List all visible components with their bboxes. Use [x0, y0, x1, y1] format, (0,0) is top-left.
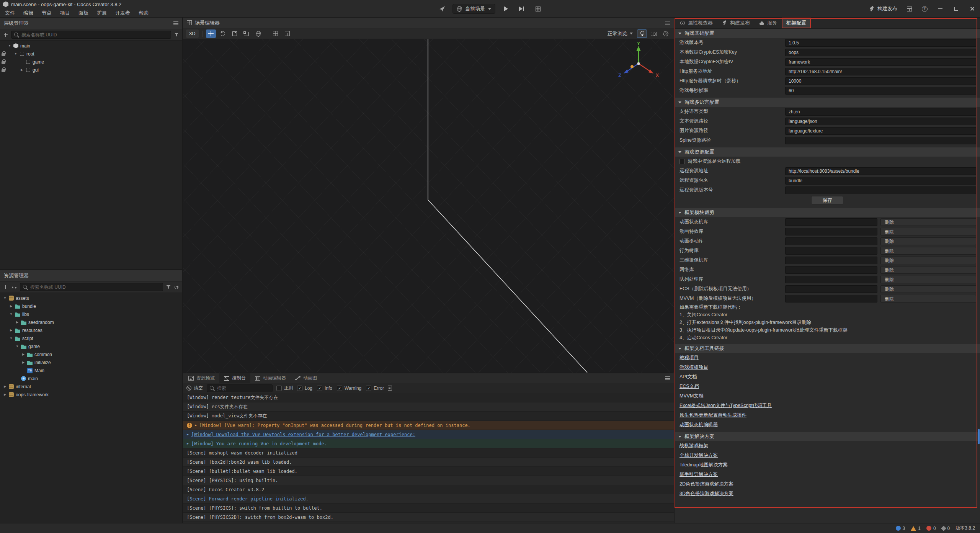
add-asset-button[interactable]	[3, 284, 8, 290]
regex-checkbox[interactable]	[276, 386, 282, 391]
scrollbar-thumb[interactable]	[978, 429, 980, 444]
module-input[interactable]	[785, 276, 877, 283]
panel-menu-icon[interactable]	[173, 21, 178, 25]
doc-link[interactable]: 动画状态机编辑器	[679, 422, 718, 428]
inspector-tab[interactable]: 框架配置	[782, 18, 811, 28]
delete-button[interactable]: 删除	[880, 228, 976, 235]
module-input[interactable]	[785, 247, 877, 255]
section-header[interactable]: 游戏资源配置	[675, 147, 980, 157]
doc-link[interactable]: 游戏模板项目	[679, 364, 708, 371]
solution-link[interactable]: 新手引导解决方案	[679, 471, 718, 478]
property-input[interactable]	[785, 186, 976, 194]
assets-search-input[interactable]	[30, 284, 160, 290]
pivot-space-button[interactable]	[253, 29, 263, 38]
property-input[interactable]	[785, 118, 976, 125]
step-button[interactable]	[516, 4, 528, 14]
clear-console-button[interactable]: 清空	[186, 385, 203, 391]
scene-viewport[interactable]: Y X Z	[183, 39, 674, 373]
log-row[interactable]: [Scene] [PHYSICS]: switch from builtin t…	[183, 504, 674, 513]
scale-tool-button[interactable]	[230, 29, 240, 38]
menu-item[interactable]: 编辑	[19, 8, 38, 18]
checkbox-icon[interactable]	[317, 386, 322, 391]
module-input[interactable]	[785, 285, 877, 293]
solution-link[interactable]: 2D角色扮演游戏解决方案	[679, 481, 733, 487]
mode-3d-button[interactable]: 3D	[186, 29, 199, 38]
log-filter[interactable]: Log	[297, 386, 312, 391]
menu-item[interactable]: 项目	[56, 8, 74, 18]
expand-arrow[interactable]	[9, 305, 13, 308]
log-row[interactable]: [Scene] Cocos Creator v3.8.2	[183, 485, 674, 494]
scene-settings-button[interactable]	[661, 29, 671, 38]
doc-link[interactable]: Excel格式转Json文件与TypeScript代码工具	[679, 402, 772, 409]
message-counter[interactable]: 3	[896, 526, 905, 531]
close-button[interactable]	[966, 3, 978, 14]
expand-arrow[interactable]	[9, 337, 13, 340]
inspector-tab[interactable]: 属性检查器	[675, 18, 717, 28]
section-header[interactable]: 游戏基础配置	[675, 29, 980, 38]
expand-arrow[interactable]	[9, 329, 13, 332]
log-filter[interactable]: Error	[366, 386, 384, 391]
expand-arrow[interactable]	[20, 69, 24, 72]
error-counter[interactable]: 0	[926, 526, 936, 531]
console-tab[interactable]: 控制台	[219, 373, 250, 383]
delete-button[interactable]: 删除	[880, 257, 976, 264]
delete-button[interactable]: 删除	[880, 247, 976, 255]
expand-arrow[interactable]	[15, 321, 19, 324]
snap-grid-button[interactable]	[271, 29, 281, 38]
section-header[interactable]: 框架文档工具链接	[675, 344, 980, 353]
panel-menu-icon[interactable]	[173, 274, 178, 277]
add-node-button[interactable]	[3, 32, 8, 38]
log-filter[interactable]: Info	[317, 386, 332, 391]
expand-arrow[interactable]	[3, 393, 7, 396]
solution-link[interactable]: Tiledmap地图解决方案	[679, 462, 728, 468]
tree-node[interactable]: root	[0, 50, 182, 58]
log-row[interactable]: [Window] [Vue warn]: Property "onInput" …	[183, 421, 674, 430]
property-input[interactable]	[785, 39, 976, 47]
menu-item[interactable]: 帮助	[134, 8, 153, 18]
delete-button[interactable]: 删除	[880, 237, 976, 245]
maximize-button[interactable]	[950, 3, 962, 14]
move-tool-button[interactable]	[206, 29, 216, 38]
delete-button[interactable]: 删除	[880, 276, 976, 283]
log-row[interactable]: [Window] model_view文件夹不存在	[183, 412, 674, 421]
delete-button[interactable]: 删除	[880, 266, 976, 274]
expand-arrow[interactable]	[8, 44, 11, 47]
doc-link[interactable]: 教程项目	[679, 355, 699, 361]
menu-item[interactable]: 扩展	[93, 8, 111, 18]
tree-node[interactable]: seedrandom	[0, 318, 182, 326]
console-tab[interactable]: 动画编辑器	[250, 373, 291, 383]
tree-node[interactable]: game	[0, 58, 182, 66]
checkbox-icon[interactable]	[366, 386, 371, 391]
section-header[interactable]: 游戏多语言配置	[675, 98, 980, 107]
axis-gizmo[interactable]: Y X Z	[608, 41, 665, 84]
delete-button[interactable]: 删除	[880, 295, 976, 302]
menu-item[interactable]: 开发者	[111, 8, 134, 18]
console-tab[interactable]: 资源预览	[184, 373, 219, 383]
snap-object-button[interactable]	[283, 29, 292, 38]
doc-link[interactable]: ECS文档	[679, 383, 699, 390]
task-counter[interactable]: 0	[942, 526, 950, 531]
inspector-tab[interactable]: 服务	[755, 18, 782, 28]
log-filter[interactable]: Warning	[337, 386, 361, 391]
hierarchy-search-input[interactable]	[21, 32, 168, 38]
tree-node[interactable]: gui	[0, 66, 182, 74]
module-input[interactable]	[785, 218, 877, 226]
tree-node[interactable]: libs	[0, 310, 182, 318]
solution-link[interactable]: 战棋游戏框架	[679, 443, 708, 449]
log-expand-arrow[interactable]	[195, 423, 197, 427]
expand-arrow[interactable]	[9, 313, 13, 316]
inspector-tab[interactable]: 构建发布	[717, 18, 755, 28]
solution-link[interactable]: 全栈开发解决方案	[679, 452, 718, 459]
preview-launch-button[interactable]	[436, 4, 448, 14]
log-row[interactable]: [Scene] [PHYSICS]: using builtin.	[183, 476, 674, 485]
property-input[interactable]	[785, 177, 976, 185]
section-header[interactable]: 框架解决方案	[675, 432, 980, 441]
property-input[interactable]	[785, 87, 976, 95]
log-row[interactable]: [Scene] meshopt wasm decoder initialized	[183, 448, 674, 458]
minimize-button[interactable]	[934, 3, 946, 14]
scene-camera-button[interactable]	[649, 29, 659, 38]
expand-arrow[interactable]	[3, 385, 7, 388]
tree-node[interactable]: bundle	[0, 302, 182, 310]
expand-arrow[interactable]	[15, 345, 19, 348]
property-input[interactable]	[785, 127, 976, 135]
